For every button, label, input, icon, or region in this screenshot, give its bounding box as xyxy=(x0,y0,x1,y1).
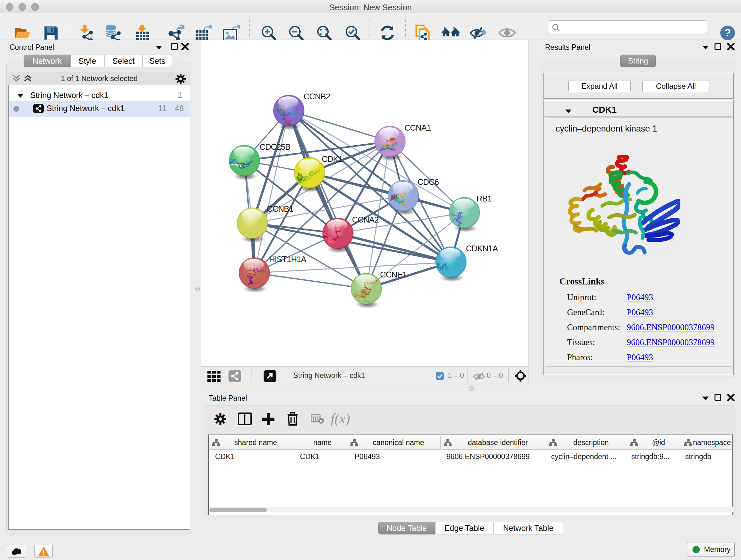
svg-text:CDK1: CDK1 xyxy=(322,154,343,164)
svg-text:CDC25B: CDC25B xyxy=(259,142,290,152)
svg-text:CCNA1: CCNA1 xyxy=(404,123,431,132)
svg-text:HIST1H1A: HIST1H1A xyxy=(269,254,307,264)
svg-text:CCNB2: CCNB2 xyxy=(304,91,330,101)
svg-text:CCNA2: CCNA2 xyxy=(352,215,379,225)
svg-text:CDC6: CDC6 xyxy=(417,177,439,187)
svg-text:CCNB1: CCNB1 xyxy=(267,204,293,213)
svg-text:?: ? xyxy=(724,26,731,39)
svg-text:CCNE1: CCNE1 xyxy=(380,270,407,279)
svg-text:CDKN1A: CDKN1A xyxy=(466,244,498,253)
svg-text:RB1: RB1 xyxy=(476,194,492,203)
